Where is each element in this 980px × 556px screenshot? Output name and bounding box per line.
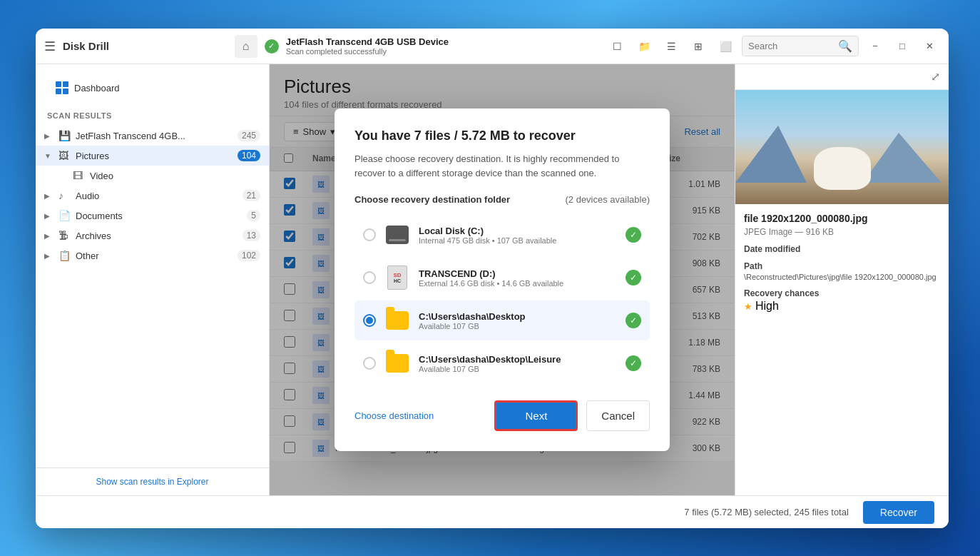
available-check-icon: ✓ <box>626 227 641 243</box>
dest-name-leisure: C:\Users\dasha\Desktop\Leisure <box>419 354 617 365</box>
file-icon[interactable]: ☐ <box>606 36 628 57</box>
radio-leisure[interactable] <box>363 357 376 370</box>
minimize-button[interactable]: − <box>864 36 886 57</box>
home-icon[interactable]: ⌂ <box>235 35 257 58</box>
tree-item-count: 104 <box>238 150 260 161</box>
list-icon[interactable]: ☰ <box>660 36 682 57</box>
preview-panel: ⤢ file 1920x1200_000080.jpg JPEG Image —… <box>735 64 949 495</box>
chevron-icon: ▶ <box>44 232 53 240</box>
radio-desktop[interactable] <box>363 314 376 327</box>
close-button[interactable]: ✕ <box>919 36 940 57</box>
tree-item-label: Other <box>76 251 232 261</box>
device-name: JetFlash Transcend 4GB USB Device <box>286 36 598 47</box>
dest-detail-leisure: Available 107 GB <box>419 365 617 373</box>
chevron-icon: ▶ <box>44 132 53 140</box>
maximize-button[interactable]: □ <box>892 36 913 57</box>
tree-item-count: 245 <box>238 130 260 141</box>
expand-icon[interactable]: ⤢ <box>931 70 940 84</box>
dest-detail-local-disk: Internal 475 GB disk • 107 GB available <box>419 236 617 245</box>
dest-option-local-disk[interactable]: Local Disk (C:) Internal 475 GB disk • 1… <box>354 215 650 255</box>
sidebar-item-audio[interactable]: ▶ ♪ Audio 21 <box>36 186 269 206</box>
available-check-icon: ✓ <box>626 355 641 371</box>
audio-icon: ♪ <box>58 190 70 201</box>
recovery-chances-value: ★ High <box>744 300 940 313</box>
path-label: Path <box>744 261 940 271</box>
modal-title: You have 7 files / 5.72 MB to recover <box>354 128 650 143</box>
dest-name-transcend: TRANSCEND (D:) <box>419 268 617 279</box>
recovery-chances-label: Recovery chances <box>744 288 940 298</box>
star-icon: ★ <box>744 301 752 312</box>
modal-buttons: Choose destination Next Cancel <box>354 400 650 431</box>
drive-icon: 💾 <box>58 130 70 141</box>
sidebar-item-jetflash[interactable]: ▶ 💾 JetFlash Transcend 4GB... 245 <box>36 126 269 146</box>
grid-icon[interactable]: ⊞ <box>688 36 709 57</box>
modal-section-header: Choose recovery destination folder (2 de… <box>354 194 650 205</box>
date-modified-label: Date modified <box>744 244 940 254</box>
tree-item-count: 102 <box>238 250 260 261</box>
folder-icon <box>384 308 410 333</box>
radio-transcend[interactable] <box>363 271 376 284</box>
hdd-icon <box>384 222 410 248</box>
dest-text-desktop: C:\Users\dasha\Desktop Available 107 GB <box>419 311 617 330</box>
sidebar-dashboard[interactable]: Dashboard <box>47 76 257 100</box>
app-title: Disk Drill <box>63 40 109 52</box>
tree-item-label: JetFlash Transcend 4GB... <box>76 131 232 141</box>
chevron-icon: ▶ <box>44 252 53 260</box>
modal-devices-count: (2 devices available) <box>565 194 650 205</box>
sdhc-card-icon: SD HC <box>384 265 410 290</box>
device-info: JetFlash Transcend 4GB USB Device Scan c… <box>286 36 598 56</box>
sidebar-item-video[interactable]: 🎞 Video <box>36 166 269 186</box>
tree-item-label: Archives <box>76 231 237 241</box>
sidebar-header: Dashboard <box>36 64 269 106</box>
recover-button[interactable]: Recover <box>863 501 934 524</box>
tree-item-count: 21 <box>243 190 260 201</box>
dest-text-transcend: TRANSCEND (D:) External 14.6 GB disk • 1… <box>419 268 617 288</box>
available-check-icon: ✓ <box>626 313 641 328</box>
chevron-icon: ▶ <box>44 192 53 200</box>
documents-icon: 📄 <box>58 210 70 221</box>
split-icon[interactable]: ⬜ <box>715 36 736 57</box>
tree-item-label: Audio <box>76 191 237 201</box>
main-content: Dashboard Scan results ▶ 💾 JetFlash Tran… <box>36 64 949 495</box>
lion-scene <box>735 90 949 204</box>
tree-item-count: 5 <box>247 210 260 221</box>
status-text: 7 files (5.72 MB) selected, 245 files to… <box>684 507 849 517</box>
archives-icon: 🗜 <box>58 230 70 241</box>
menu-icon[interactable]: ☰ <box>44 39 56 54</box>
other-icon: 📋 <box>58 250 70 261</box>
preview-filename: file 1920x1200_000080.jpg <box>744 213 940 224</box>
sidebar-item-other[interactable]: ▶ 📋 Other 102 <box>36 246 269 266</box>
sidebar-item-documents[interactable]: ▶ 📄 Documents 5 <box>36 206 269 226</box>
preview-path-value: \Reconstructed\Pictures\jpg\file 1920x12… <box>744 273 940 281</box>
tree-item-label: Documents <box>76 211 241 221</box>
sidebar-item-archives[interactable]: ▶ 🗜 Archives 13 <box>36 226 269 246</box>
search-input[interactable] <box>748 41 834 51</box>
radio-local-disk[interactable] <box>363 228 376 241</box>
dest-option-desktop[interactable]: C:\Users\dasha\Desktop Available 107 GB … <box>354 300 650 340</box>
recovery-destination-modal: You have 7 files / 5.72 MB to recover Pl… <box>335 108 670 451</box>
tree-item-label: Video <box>90 171 260 181</box>
next-button[interactable]: Next <box>494 400 578 431</box>
dest-detail-desktop: Available 107 GB <box>419 322 617 330</box>
cancel-button[interactable]: Cancel <box>586 400 650 431</box>
modal-section-title: Choose recovery destination folder <box>354 194 510 205</box>
sidebar-item-pictures[interactable]: ▼ 🖼 Pictures 104 <box>36 146 269 166</box>
recovery-chances-text: High <box>755 300 779 313</box>
choose-destination-button[interactable]: Choose destination <box>354 405 434 427</box>
dashboard-label: Dashboard <box>74 83 120 93</box>
preview-info: file 1920x1200_000080.jpg JPEG Image — 9… <box>735 204 949 495</box>
dest-option-transcend[interactable]: SD HC TRANSCEND (D:) External 14.6 GB di… <box>354 258 650 298</box>
folder-icon[interactable]: 📁 <box>633 36 655 57</box>
preview-filetype: JPEG Image — 916 KB <box>744 227 940 237</box>
dest-text-local-disk: Local Disk (C:) Internal 475 GB disk • 1… <box>419 226 617 245</box>
dest-name-desktop: C:\Users\dasha\Desktop <box>419 311 617 322</box>
preview-toolbar: ⤢ <box>735 64 949 90</box>
tree-item-count: 13 <box>243 230 260 241</box>
sidebar: Dashboard Scan results ▶ 💾 JetFlash Tran… <box>36 64 270 495</box>
sidebar-tree: ▶ 💾 JetFlash Transcend 4GB... 245 ▼ 🖼 Pi… <box>36 123 269 467</box>
show-scan-results-button[interactable]: Show scan results in Explorer <box>47 477 257 487</box>
status-bar: 7 files (5.72 MB) selected, 245 files to… <box>36 495 949 528</box>
dest-option-leisure[interactable]: C:\Users\dasha\Desktop\Leisure Available… <box>354 343 650 383</box>
tree-item-label: Pictures <box>76 151 232 161</box>
scan-results-label: Scan results <box>36 106 269 123</box>
